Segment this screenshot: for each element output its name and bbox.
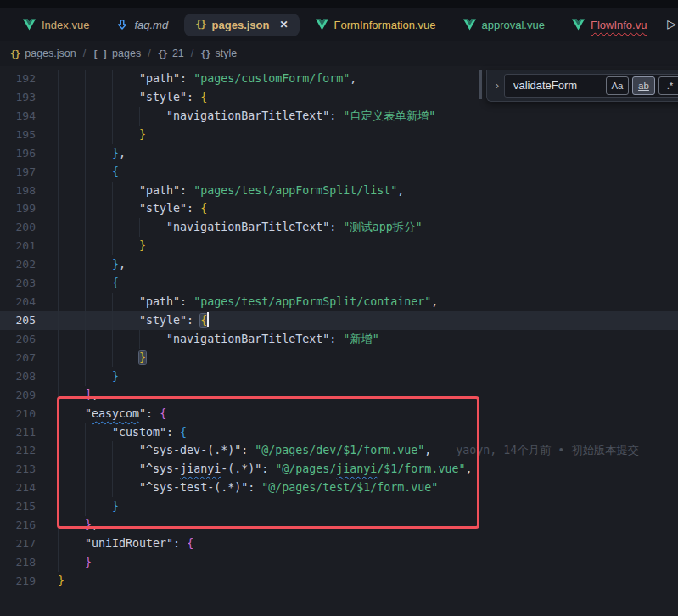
indent-guide [58,367,59,386]
breadcrumb-item-pages-json[interactable]: {}pages.json [10,48,76,59]
code-line-215[interactable]: 215 } [0,497,678,516]
line-number[interactable]: 207 [0,349,36,367]
line-number[interactable]: 201 [0,237,36,255]
tab-label: FlowInfo.vu [591,19,647,31]
tab-faq-md[interactable]: faq.md [105,14,179,36]
code-line-194[interactable]: 194 "navigationBarTitleText": "自定义表单新增" [0,107,678,126]
line-number[interactable]: 195 [0,126,36,144]
tab-index-vue[interactable]: Index.vue [12,14,100,36]
tab-label: pages.json [212,19,270,31]
code-line-206[interactable]: 206 "navigationBarTitleText": "新增" [0,330,678,349]
line-number[interactable]: 212 [0,441,36,460]
tab-label: approval.vue [482,19,545,31]
indent-guide [58,163,59,182]
code-line-201[interactable]: 201 } [0,237,678,255]
line-number[interactable]: 204 [0,293,36,311]
find-query-text[interactable]: validateForm [513,79,602,92]
breadcrumb-label: style [216,48,238,59]
line-number[interactable]: 219 [0,572,36,591]
code-line-205[interactable]: 205 "style": { [0,311,678,330]
line-number[interactable]: 216 [0,516,36,535]
line-number[interactable]: 203 [0,274,36,293]
code-line-197[interactable]: 197 { [0,163,678,182]
line-number[interactable]: 205 [0,311,36,330]
code-lines: 192 "path": "pages/customForm/form",193 … [0,66,678,591]
line-content: } [58,126,146,144]
indent-guide [112,311,113,330]
code-line-204[interactable]: 204 "path": "pages/test/appFormSplit/con… [0,293,678,311]
symbol-icon: [ ] [92,48,107,59]
line-number[interactable]: 196 [0,144,36,163]
line-number[interactable]: 197 [0,163,36,182]
code-line-218[interactable]: 218 } [0,553,678,572]
code-line-219[interactable]: 219} [0,572,678,591]
tab-forminformation-vue[interactable]: FormInformation.vue [305,14,447,36]
breadcrumb-item-21[interactable]: {}21 [158,48,184,59]
code-line-208[interactable]: 208 } [0,367,678,386]
line-number[interactable]: 209 [0,386,36,405]
code-line-196[interactable]: 196 }, [0,144,678,163]
line-number[interactable]: 214 [0,479,36,497]
code-line-212[interactable]: 212 "^sys-dev-(.*)": "@/pages/dev/$1/for… [0,441,678,460]
indent-guide [58,479,59,497]
tab-flowinfo-vu[interactable]: FlowInfo.vu [561,14,658,36]
line-content: } [58,553,92,572]
symbol-icon: {} [200,48,210,59]
line-number[interactable]: 210 [0,405,36,423]
code-line-213[interactable]: 213 "^sys-jianyi-(.*)": "@/pages/jianyi/… [0,460,678,479]
tab-approval-vue[interactable]: approval.vue [452,14,556,36]
line-content: "custom": { [58,423,187,442]
indent-guide [112,349,113,367]
code-line-202[interactable]: 202 }, [0,255,678,274]
line-content: { [58,163,119,182]
indent-guide [58,107,59,126]
code-line-203[interactable]: 203 { [0,274,678,293]
code-line-207[interactable]: 207 } [0,349,678,367]
line-number[interactable]: 215 [0,497,36,516]
code-line-200[interactable]: 200 "navigationBarTitleText": "测试app拆分" [0,218,678,237]
line-number[interactable]: 192 [0,70,36,88]
line-number[interactable]: 200 [0,218,36,237]
code-line-211[interactable]: 211 "custom": { [0,423,678,442]
line-number[interactable]: 199 [0,199,36,218]
code-line-195[interactable]: 195 } [0,126,678,144]
indent-guide [85,163,86,182]
find-expand-chevron-icon[interactable]: › [490,79,504,92]
regex-button[interactable]: .* [658,76,678,95]
indent-guide [58,199,59,218]
indent-guide [58,349,59,367]
code-line-217[interactable]: 217 "uniIdRouter": { [0,535,678,553]
line-number[interactable]: 206 [0,330,36,349]
indent-guide [85,460,86,479]
line-number[interactable]: 198 [0,182,36,200]
breadcrumb-separator: / [191,48,193,59]
tab-pages-json[interactable]: {}pages.json✕ [184,14,299,36]
code-line-210[interactable]: 210 "easycom": { [0,405,678,423]
line-number[interactable]: 194 [0,107,36,126]
line-number[interactable]: 193 [0,88,36,107]
line-content: "path": "pages/customForm/form", [58,70,356,88]
line-number[interactable]: 213 [0,460,36,479]
indent-guide [85,199,86,218]
indent-guide [139,330,140,349]
close-tab-icon[interactable]: ✕ [280,19,289,31]
line-number[interactable]: 202 [0,255,36,274]
code-line-209[interactable]: 209 ], [0,386,678,405]
breadcrumb-item-style[interactable]: {}style [200,48,237,59]
line-number[interactable]: 208 [0,367,36,386]
code-line-216[interactable]: 216 }, [0,516,678,535]
line-number[interactable]: 218 [0,553,36,572]
line-number[interactable]: 217 [0,535,36,553]
tabs-scroll-right-icon[interactable]: ▷ [667,17,676,31]
line-number[interactable]: 211 [0,423,36,442]
code-line-214[interactable]: 214 "^sys-test-(.*)": "@/pages/test/$1/f… [0,479,678,497]
code-line-198[interactable]: 198 "path": "pages/test/appFormSplit/lis… [0,182,678,200]
code-line-199[interactable]: 199 "style": { [0,199,678,218]
breadcrumb-item-pages[interactable]: [ ]pages [92,48,141,59]
line-content: } [58,349,146,367]
whole-word-button[interactable]: ab [632,76,655,95]
match-case-button[interactable]: Aa [606,76,629,95]
find-widget-sash[interactable] [479,70,482,99]
find-input[interactable]: validateForm Aa ab .* [504,74,678,98]
code-editor[interactable]: 192 "path": "pages/customForm/form",193 … [0,66,678,616]
